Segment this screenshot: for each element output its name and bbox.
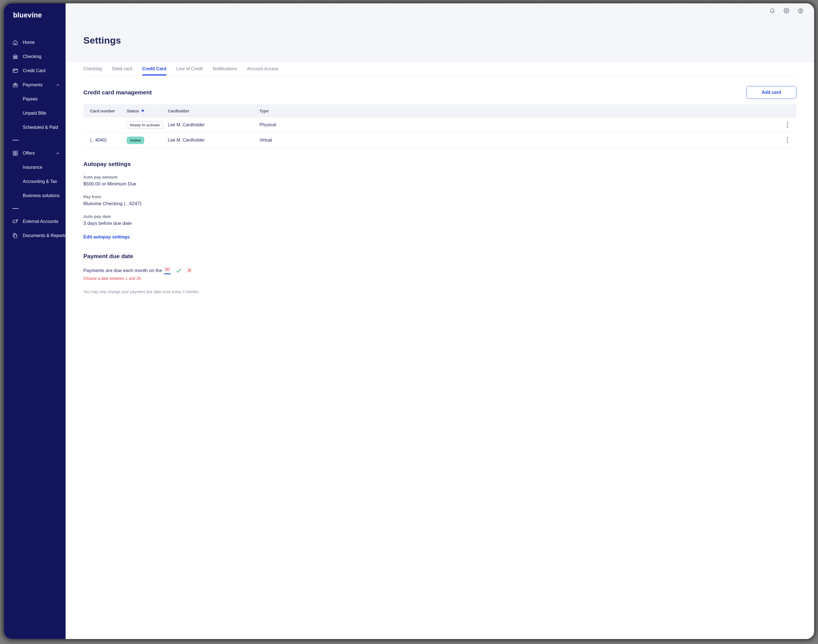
- tab-checking[interactable]: Checking: [83, 62, 102, 75]
- sidebar-item-label: Home: [23, 40, 35, 45]
- sidebar-item-scheduled-paid[interactable]: Scheduled & Paid: [4, 120, 66, 134]
- sidebar-item-checking[interactable]: Checking: [4, 49, 66, 64]
- sort-down-icon: [141, 110, 145, 112]
- due-date-note: You may only change your payment due dat…: [83, 290, 409, 294]
- payment-due-date-section: Payment due date Payments are due each m…: [83, 253, 409, 294]
- sidebar-item-offers[interactable]: Offers: [4, 146, 66, 160]
- card-management-title: Credit card management: [83, 89, 152, 96]
- chevron-up-icon: [55, 151, 60, 155]
- edit-autopay-link[interactable]: Edit autopay settings: [83, 234, 130, 239]
- tab-notifications[interactable]: Notifications: [213, 62, 237, 75]
- autopay-amount-field: Auto pay amount $500.00 or Minimum Due: [83, 175, 409, 187]
- credit-card-icon: [12, 68, 18, 74]
- sidebar-item-payees[interactable]: Payees: [4, 92, 66, 106]
- cell-card-number: (...4040): [90, 138, 127, 143]
- sidebar-item-label: Checking: [23, 54, 42, 59]
- sidebar-item-label: External Accounts: [23, 219, 58, 224]
- sidebar-item-home[interactable]: Home: [4, 35, 66, 49]
- grid-icon: [12, 150, 18, 156]
- main-area: Settings Checking Debit card Credit Card…: [66, 3, 409, 322]
- due-date-title: Payment due date: [83, 253, 409, 259]
- settings-tabs: Checking Debit card Credit Card Line of …: [83, 62, 409, 75]
- cell-cardholder: Lee M. Cardholder: [168, 138, 260, 143]
- cards-table: Card number Status Cardholder Type Ready…: [83, 104, 409, 148]
- table-row: Ready to activate Lee M. Cardholder Phys…: [83, 117, 409, 133]
- sidebar: bluevíne Home Checking Credit Card: [4, 3, 66, 322]
- sidebar-item-label: Credit Card: [23, 68, 46, 73]
- status-badge: Active: [127, 136, 144, 144]
- sidebar-item-label: Offers: [23, 151, 35, 156]
- sidebar-item-label: Payments: [23, 83, 43, 87]
- sidebar-item-insurance[interactable]: Insurance: [4, 160, 66, 174]
- sidebar-item-documents-reports[interactable]: Documents & Reports: [4, 228, 66, 242]
- cancel-x-icon[interactable]: [187, 268, 193, 274]
- chevron-up-icon: [55, 83, 60, 87]
- status-badge: Ready to activate: [127, 121, 163, 129]
- autopay-section: Autopay settings Auto pay amount $500.00…: [83, 161, 409, 239]
- due-date-sentence: Payments are due each month on the 30: [83, 267, 409, 274]
- due-date-input[interactable]: 30: [164, 267, 171, 274]
- external-accounts-icon: [12, 218, 18, 225]
- sidebar-item-label: Scheduled & Paid: [23, 125, 58, 130]
- sidebar-item-external-accounts[interactable]: External Accounts: [4, 214, 66, 228]
- cards-table-header-row: Card number Status Cardholder Type: [83, 104, 409, 117]
- page-title: Settings: [83, 35, 121, 46]
- table-row: (...4040) Active Lee M. Cardholder Virtu…: [83, 133, 409, 148]
- sidebar-item-label: Business solutions: [23, 193, 60, 198]
- svg-text:$: $: [15, 83, 16, 85]
- col-header-card-number: Card number: [90, 109, 127, 113]
- bluevine-app-window: bluevíne Home Checking Credit Card: [4, 3, 409, 322]
- autopay-date-field: Auto pay date 3 days before due date: [83, 214, 409, 226]
- sidebar-item-label: Accounting & Tax: [23, 179, 57, 184]
- due-date-error: Choose a date between 1 and 28.: [83, 276, 409, 281]
- sidebar-item-business-solutions[interactable]: Business solutions: [4, 189, 66, 202]
- col-header-cardholder: Cardholder: [168, 109, 260, 113]
- cell-type: Virtual: [260, 138, 409, 143]
- sidebar-item-label: Payees: [23, 97, 37, 101]
- payments-envelope-icon: $: [12, 82, 18, 88]
- cell-cardholder: Lee M. Cardholder: [168, 123, 260, 127]
- sidebar-item-accounting-tax[interactable]: Accounting & Tax: [4, 174, 66, 189]
- documents-icon: [12, 233, 18, 239]
- sidebar-nav: Home Checking Credit Card $ Payments: [4, 35, 66, 242]
- autopay-pay-from-field: Pay from Bluevine Checking (...6247): [83, 194, 409, 207]
- topbar: [66, 3, 409, 18]
- col-header-status-sort[interactable]: Status: [127, 109, 168, 113]
- cell-type: Physical: [260, 123, 409, 127]
- page-header: Settings: [66, 18, 409, 62]
- home-icon: [12, 40, 18, 46]
- sidebar-item-unpaid-bills[interactable]: Unpaid Bills: [4, 106, 66, 120]
- confirm-check-icon[interactable]: [175, 268, 182, 274]
- sidebar-item-credit-card[interactable]: Credit Card: [4, 64, 66, 78]
- sidebar-item-label: Unpaid Bills: [23, 111, 46, 116]
- sidebar-divider: [12, 208, 18, 209]
- sidebar-divider: [12, 140, 18, 141]
- sidebar-item-payments[interactable]: $ Payments: [4, 78, 66, 92]
- tab-line-of-credit[interactable]: Line of Credit: [177, 62, 203, 75]
- autopay-title: Autopay settings: [83, 161, 409, 167]
- bank-icon: [12, 54, 18, 60]
- card-management-header: Credit card management Add card: [83, 86, 409, 99]
- bluevine-logo[interactable]: bluevíne: [4, 11, 66, 19]
- tab-account-access[interactable]: Account Access: [247, 62, 278, 75]
- sidebar-item-label: Documents & Reports: [23, 233, 66, 238]
- sidebar-item-label: Insurance: [23, 165, 42, 170]
- tab-credit-card[interactable]: Credit Card: [142, 62, 166, 75]
- tab-debit-card[interactable]: Debit card: [112, 62, 132, 75]
- col-header-type: Type: [260, 109, 409, 113]
